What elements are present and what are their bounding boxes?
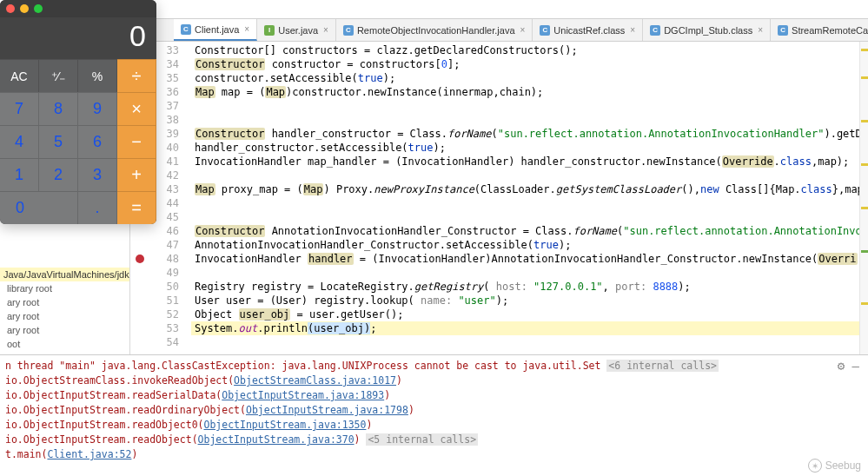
calc-key-×[interactable]: × (117, 92, 156, 125)
calc-key-%[interactable]: % (78, 59, 117, 92)
calc-key-+[interactable]: + (117, 158, 156, 191)
file-icon: C (650, 25, 660, 36)
console-line[interactable]: io.ObjectStreamClass.invokeReadObject(Ob… (5, 374, 863, 388)
close-icon[interactable]: × (758, 25, 763, 35)
close-icon[interactable]: × (520, 25, 526, 35)
calculator-keypad: AC⁺∕₋%÷789×456−123+0.= (0, 59, 156, 224)
calc-key-3[interactable]: 3 (78, 158, 117, 191)
zoom-icon[interactable] (34, 4, 43, 13)
calc-key-=[interactable]: = (117, 191, 156, 224)
tab-DGCImpl_Stub.class[interactable]: CDGCImpl_Stub.class× (643, 19, 771, 41)
calc-key-6[interactable]: 6 (78, 125, 117, 158)
close-icon[interactable]: × (244, 24, 249, 34)
console-line[interactable]: n thread "main" java.lang.ClassCastExcep… (5, 359, 863, 374)
sidebar-path[interactable]: Java/JavaVirtualMachines/jdk1.7.0_80.jdk… (0, 268, 129, 281)
calc-key-÷[interactable]: ÷ (117, 59, 156, 92)
sidebar-item[interactable]: ary root (0, 295, 129, 309)
calc-key-.[interactable]: . (78, 191, 117, 224)
calc-key-5[interactable]: 5 (39, 125, 78, 158)
file-icon: C (778, 25, 788, 36)
calc-key-−[interactable]: − (117, 125, 156, 158)
code-editor[interactable]: 3334353637383940414243444546474849505152… (130, 42, 868, 354)
tab-UnicastRef.class[interactable]: CUnicastRef.class× (533, 19, 643, 41)
close-icon[interactable]: × (323, 25, 328, 35)
calc-key-4[interactable]: 4 (0, 125, 39, 158)
console-line[interactable]: io.ObjectInputStream.readSerialData(Obje… (5, 388, 863, 403)
calculator-display: 0 (0, 17, 156, 59)
tab-Client.java[interactable]: CClient.java× (174, 19, 257, 41)
file-icon: C (540, 25, 550, 36)
calc-key-7[interactable]: 7 (0, 92, 39, 125)
calc-key-2[interactable]: 2 (39, 158, 78, 191)
calc-key-⁺∕₋[interactable]: ⁺∕₋ (39, 59, 78, 92)
file-icon: C (181, 24, 191, 35)
calculator-titlebar[interactable] (0, 0, 156, 17)
calculator-window[interactable]: 0 AC⁺∕₋%÷789×456−123+0.= (0, 0, 156, 224)
console-panel[interactable]: ⚙ — n thread "main" java.lang.ClassCastE… (0, 354, 868, 476)
console-line[interactable]: io.ObjectInputStream.readObject0(ObjectI… (5, 418, 863, 433)
sidebar-item[interactable]: ary root (0, 309, 129, 323)
sidebar-item[interactable]: ary root (0, 323, 129, 337)
console-line[interactable]: io.ObjectInputStream.readOrdinaryObject(… (5, 403, 863, 418)
calc-key-9[interactable]: 9 (78, 92, 117, 125)
file-icon: I (264, 25, 275, 36)
tab-User.java[interactable]: IUser.java× (257, 19, 336, 41)
close-icon[interactable] (6, 4, 15, 13)
sidebar-item[interactable]: library root (0, 281, 129, 295)
file-icon: C (343, 25, 354, 36)
calc-key-AC[interactable]: AC (0, 59, 39, 92)
calc-key-8[interactable]: 8 (39, 92, 78, 125)
sidebar-item[interactable]: oot (0, 337, 129, 351)
error-stripe[interactable] (859, 42, 868, 354)
calc-key-1[interactable]: 1 (0, 158, 39, 191)
tab-StreamRemoteCall.class[interactable]: CStreamRemoteCall.class× (771, 19, 868, 41)
close-icon[interactable]: × (630, 25, 635, 35)
gear-icon[interactable]: ⚙ — (838, 359, 859, 374)
minimize-icon[interactable] (20, 4, 29, 13)
watermark: ✶ Seebug (808, 459, 861, 473)
tab-RemoteObjectInvocationHandler.java[interactable]: CRemoteObjectInvocationHandler.java× (336, 19, 533, 41)
editor-code[interactable]: Constructor[] constructors = clazz.getDe… (191, 42, 868, 354)
console-line[interactable]: io.ObjectInputStream.readObject(ObjectIn… (5, 433, 863, 447)
watermark-icon: ✶ (808, 459, 822, 473)
console-line[interactable]: t.main(Client.java:52) (5, 447, 863, 462)
calc-key-0[interactable]: 0 (0, 191, 78, 224)
